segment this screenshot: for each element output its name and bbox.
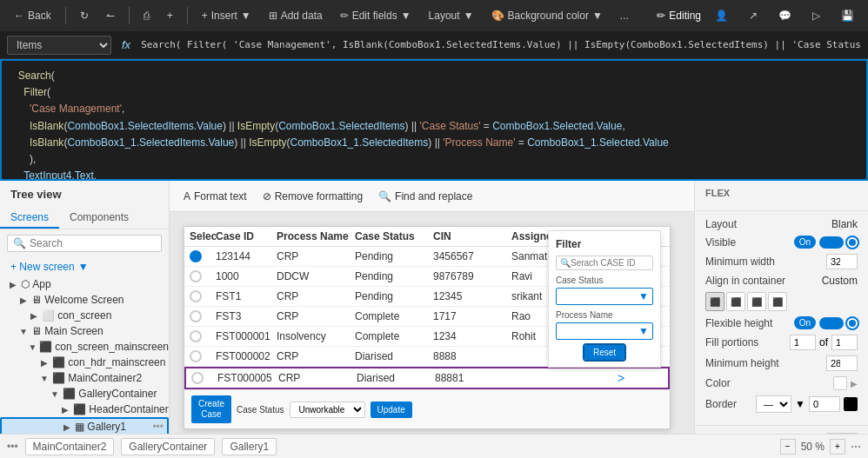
layout-button[interactable]: Layout ▼: [422, 8, 481, 23]
main-layout: Tree view Screens Components 🔍 + New scr…: [0, 181, 868, 458]
tree-item-con-hdr[interactable]: ▶ ⬛ con_hdr_mainscreen: [0, 355, 169, 370]
chevron-right-icon: ▶: [38, 358, 50, 368]
redo-button[interactable]: ↼: [99, 8, 122, 23]
create-case-button[interactable]: Create Case: [191, 395, 231, 423]
share-button[interactable]: ↗: [742, 8, 765, 23]
paste-button[interactable]: +: [160, 8, 180, 23]
align-label: Align in container: [705, 275, 785, 287]
new-screen-button[interactable]: + New screen ▼: [0, 257, 169, 276]
layout-value: Blank: [831, 218, 858, 230]
left-sidebar: Tree view Screens Components 🔍 + New scr…: [0, 181, 170, 458]
remove-formatting-button[interactable]: ⊘ Remove formatting: [256, 188, 370, 205]
fill-portions-row: Fill portions of: [705, 335, 858, 350]
play-button[interactable]: ▷: [805, 8, 827, 23]
tree-item-main-screen[interactable]: ▼ 🖥 Main Screen: [0, 323, 169, 339]
filter-reset-button[interactable]: Reset: [584, 345, 624, 360]
tree-item-welcome-screen[interactable]: ▶ 🖥 Welcome Screen: [0, 292, 169, 308]
right-panel: FLEX Layout Blank Visible On Minimum wid…: [694, 181, 868, 458]
tree-item-con-screen-mainscreen[interactable]: ▼ ⬛ con_screen_mainscreen: [0, 339, 169, 355]
row-cin: 3456567: [433, 250, 511, 262]
fill-portions-control: of: [790, 335, 858, 350]
row-process: CRP: [277, 290, 355, 302]
format-text-button[interactable]: A Format text: [177, 188, 254, 205]
fill-input[interactable]: [790, 335, 816, 350]
comment-button[interactable]: 💬: [771, 8, 798, 23]
row-select: [190, 310, 216, 322]
user-icon-button[interactable]: 👤: [708, 8, 735, 23]
filter-search-input[interactable]: [571, 258, 640, 268]
align-stretch-button[interactable]: ⬛: [768, 292, 787, 311]
visible-row: Visible On: [705, 236, 858, 249]
tab-screens[interactable]: Screens: [0, 208, 59, 229]
row-process: CRP: [277, 250, 355, 262]
visible-toggle[interactable]: On: [794, 236, 858, 249]
row-arrow[interactable]: >: [618, 371, 644, 385]
border-width-input[interactable]: [809, 396, 840, 412]
align-center-button[interactable]: ⬛: [726, 292, 745, 311]
zoom-out-button[interactable]: −: [780, 439, 796, 455]
separator: [129, 7, 130, 24]
filter-case-status-dropdown[interactable]: ▼: [556, 288, 653, 305]
undo-button[interactable]: ↻: [73, 8, 96, 23]
col-cin: CIN: [433, 230, 511, 242]
container-icon: ⬛: [73, 403, 86, 415]
tree-item-app[interactable]: ▶ ⬡ App: [0, 276, 169, 292]
tree-item-header-container[interactable]: ▶ ⬛ HeaderContainer: [0, 402, 169, 417]
update-button[interactable]: Update: [371, 402, 412, 418]
case-status-footer-select[interactable]: Unworkable: [290, 402, 365, 418]
border-type-select[interactable]: —: [756, 395, 791, 413]
row-case-id: FST3: [216, 310, 277, 322]
color-swatch[interactable]: [833, 376, 847, 390]
align-right-button[interactable]: ⬛: [747, 292, 766, 311]
flexible-height-toggle[interactable]: On: [794, 316, 858, 329]
formula-code[interactable]: Search( Filter( 'Case Management', IsBla…: [141, 39, 861, 50]
insert-button[interactable]: + Insert ▼: [195, 8, 258, 23]
align-left-button[interactable]: ⬛: [705, 292, 724, 311]
row-cin: 12345: [433, 290, 511, 302]
table-row: FST000005 CRP Diarised 88881 >: [184, 367, 670, 389]
row-select: [190, 290, 216, 302]
fill-total-input[interactable]: [831, 335, 858, 350]
tree-item-con-screen[interactable]: ▶ ⬜ con_screen: [0, 308, 169, 323]
screen-icon: 🖥: [31, 325, 42, 337]
row-case-id: FST1: [216, 290, 277, 302]
screen-icon: 🖥: [31, 294, 42, 306]
tree-item-maincontainer2[interactable]: ▼ ⬛ MainContainer2: [0, 370, 169, 386]
find-replace-button[interactable]: 🔍 Find and replace: [371, 188, 479, 205]
background-color-button[interactable]: 🎨 Background color ▼: [484, 8, 610, 23]
add-data-button[interactable]: ⊞ Add data: [262, 8, 330, 23]
row-case-id: 123144: [216, 250, 277, 262]
min-width-input[interactable]: [826, 254, 858, 269]
tree-item-gallery-container[interactable]: ▼ ⬛ GalleryContainer: [0, 386, 169, 402]
edit-fields-button[interactable]: ✏ Edit fields ▼: [333, 8, 418, 23]
code-line: IsBlank(ComboBox1_1.SelectedItems.Value)…: [12, 135, 856, 151]
save-button[interactable]: 💾: [834, 8, 861, 23]
flex-height-on-label: On: [794, 316, 816, 329]
filter-process-name-dropdown[interactable]: ▼: [556, 322, 653, 340]
code-line: Search(: [12, 68, 856, 84]
back-icon: ←: [14, 10, 24, 22]
more-icon[interactable]: •••: [152, 421, 164, 433]
formula-scope-select[interactable]: Items: [7, 36, 111, 55]
border-control: — ▼: [756, 395, 858, 413]
min-height-input[interactable]: [826, 355, 858, 371]
more-button[interactable]: ...: [613, 8, 636, 23]
row-case-id: FST000005: [217, 372, 278, 384]
tab-components[interactable]: Components: [59, 208, 139, 229]
copy-button[interactable]: ⎙: [137, 8, 157, 23]
bottom-tab-maincontainer2[interactable]: MainContainer2: [25, 438, 115, 455]
border-color-swatch[interactable]: [844, 397, 858, 411]
chevron-right-icon: ▶: [17, 295, 30, 305]
bottom-tab-gallery-container[interactable]: GalleryContainer: [121, 438, 215, 455]
case-status-footer-label: Case Status: [237, 405, 284, 415]
back-button[interactable]: ← Back: [7, 8, 58, 23]
visible-label: Visible: [705, 236, 736, 249]
col-process-name: Process Name: [277, 230, 355, 242]
app-icon: ⬡: [21, 278, 30, 290]
align-buttons: ⬛ ⬛ ⬛ ⬛: [705, 292, 858, 311]
bottom-tab-gallery1[interactable]: Gallery1: [222, 438, 277, 455]
canvas-area: Select Case ID Process Name Case Status …: [170, 212, 694, 458]
code-editor[interactable]: Search( Filter( 'Case Management', IsBla…: [0, 59, 868, 181]
search-input[interactable]: [30, 237, 156, 249]
zoom-in-button[interactable]: +: [830, 439, 845, 455]
